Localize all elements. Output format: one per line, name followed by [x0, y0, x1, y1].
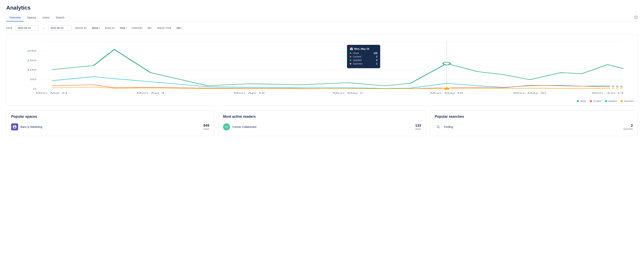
reader-name-0: Connie Collaborator: [232, 125, 413, 129]
tab-spaces[interactable]: Spaces: [24, 14, 39, 21]
legend-searches: Searches: [621, 100, 634, 103]
legend-updated-dot: [605, 100, 607, 102]
chart-area[interactable]: 0 50 100 150 200 Mon, Mar 21 Mon, Apr 4 …: [10, 39, 634, 98]
reader-item-0[interactable]: CC Connie Collaborator 133 views: [223, 122, 421, 132]
chart-legend: Views Created Updated Searches: [10, 100, 634, 103]
legend-views: Views: [577, 100, 586, 103]
group-by-label: GROUP BY: [75, 27, 87, 29]
date-to-input[interactable]: [48, 25, 72, 31]
popular-spaces-title: Popular spaces: [11, 115, 209, 119]
reader-avatar-0: CC: [223, 123, 230, 130]
svg-point-23: [443, 87, 450, 90]
svg-text:Mon, Apr 18: Mon, Apr 18: [234, 92, 265, 94]
group-by-chevron: ▾: [99, 27, 100, 29]
legend-created-dot: [590, 100, 592, 102]
tooltip-updated-dot: [350, 59, 351, 61]
date-separator: –: [43, 26, 44, 30]
search-icon-0: [435, 123, 442, 130]
calendar-icon: 📅: [350, 47, 353, 50]
svg-point-22: [445, 63, 449, 64]
svg-text:Mon, May 16: Mon, May 16: [430, 92, 463, 94]
legend-created: Created: [590, 100, 601, 103]
most-active-readers-title: Most active readers: [223, 115, 421, 119]
svg-text:Mon, Jun 13: Mon, Jun 13: [592, 92, 624, 94]
space-icon-0: [11, 123, 18, 130]
tooltip-created-row: Created 2: [350, 55, 378, 58]
svg-line-25: [439, 128, 440, 129]
tab-overview[interactable]: Overview: [6, 14, 24, 21]
svg-text:?: ?: [636, 16, 637, 18]
content-label: CONTENT: [132, 27, 143, 29]
tooltip-searches-row: Searches 1: [350, 62, 378, 65]
svg-text:50: 50: [30, 78, 36, 81]
date-label: DATE: [6, 27, 12, 29]
help-icon[interactable]: ?: [634, 15, 638, 20]
page-title: Analytics: [6, 5, 638, 11]
chart-tooltip: 📅 Mon, May 16 Views 129 Created 2 Update…: [347, 45, 380, 68]
navigation-tabs: Overview Spaces Users Search ?: [6, 14, 638, 21]
summary-cards: Popular spaces Banc.ly Marketing 849 vie…: [6, 111, 638, 136]
analytics-page: Analytics Overview Spaces Users Search ?…: [0, 0, 644, 141]
tooltip-updated-row: Updated 4: [350, 59, 378, 62]
chart-svg: 0 50 100 150 200 Mon, Mar 21 Mon, Apr 4 …: [10, 39, 634, 98]
space-type-label: SPACE TYPE: [157, 27, 172, 29]
date-from-input[interactable]: [16, 25, 39, 31]
content-select[interactable]: All ▾: [146, 25, 154, 31]
tab-search[interactable]: Search: [53, 14, 68, 21]
popular-spaces-card: Popular spaces Banc.ly Marketing 849 vie…: [6, 111, 214, 136]
space-count-0: 849 views: [204, 124, 209, 130]
tooltip-searches-dot: [350, 63, 351, 65]
space-type-select[interactable]: Site ▾: [174, 25, 184, 31]
most-active-readers-card: Most active readers CC Connie Collaborat…: [218, 111, 426, 136]
svg-text:Mon, May 2: Mon, May 2: [333, 92, 363, 94]
svg-text:Mon, May 30: Mon, May 30: [513, 92, 546, 94]
search-item-0[interactable]: Finding 2 searches: [435, 122, 633, 132]
tooltip-title: 📅 Mon, May 16: [350, 47, 378, 50]
svg-text:Mon, Mar 21: Mon, Mar 21: [36, 92, 68, 94]
svg-text:Mon, Apr 4: Mon, Apr 4: [137, 92, 164, 94]
content-chevron: ▾: [151, 27, 152, 29]
search-term-0: Finding: [444, 125, 621, 129]
svg-text:100: 100: [27, 69, 36, 71]
tab-users[interactable]: Users: [39, 14, 53, 21]
svg-text:200: 200: [27, 50, 36, 52]
filter-bar: DATE – GROUP BY Week ▾ DISPLAY Total ▾ C…: [6, 25, 638, 31]
display-label: DISPLAY: [105, 27, 114, 29]
search-count-0: 2 searches: [623, 124, 633, 130]
tooltip-views-row: Views 129: [350, 52, 378, 55]
group-by-select[interactable]: Week ▾: [90, 25, 102, 31]
legend-searches-dot: [621, 100, 623, 102]
svg-text:150: 150: [27, 59, 36, 62]
popular-searches-card: Popular searches Finding 2 searches: [430, 111, 638, 136]
legend-updated: Updated: [605, 100, 617, 103]
space-type-chevron: ▾: [182, 27, 182, 29]
legend-views-dot: [577, 100, 579, 102]
display-select[interactable]: Total ▾: [118, 25, 128, 31]
tooltip-views-dot: [350, 52, 351, 54]
reader-count-0: 133 views: [415, 124, 421, 130]
tooltip-created-dot: [350, 56, 351, 57]
space-item-0[interactable]: Banc.ly Marketing 849 views: [11, 122, 209, 132]
space-name-0: Banc.ly Marketing: [20, 125, 201, 129]
popular-searches-title: Popular searches: [435, 115, 633, 119]
svg-text:0: 0: [33, 88, 36, 90]
main-chart: 0 50 100 150 200 Mon, Mar 21 Mon, Apr 4 …: [6, 34, 638, 106]
display-chevron: ▾: [126, 27, 127, 29]
